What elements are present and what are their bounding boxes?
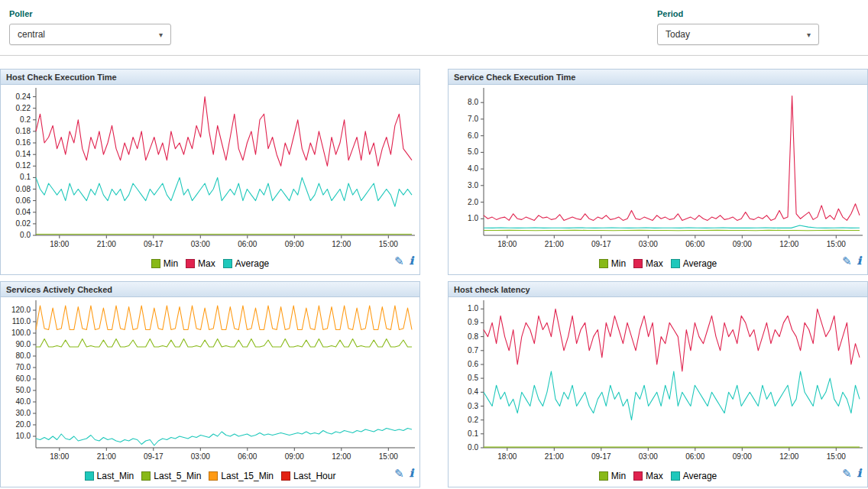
svg-text:0.8: 0.8 [468, 332, 478, 341]
chart-canvas-services-actively-checked[interactable]: 10.020.030.040.050.060.070.080.090.0100.… [1, 297, 419, 465]
edit-graph-icon[interactable]: ✎ [842, 468, 852, 479]
panel-header: Host Check Execution Time [1, 70, 419, 85]
svg-text:15:00: 15:00 [379, 240, 398, 248]
legend-label: Min [611, 471, 626, 481]
legend-swatch [223, 259, 232, 268]
panel-title: Host Check Execution Time [6, 73, 117, 82]
svg-text:8.0: 8.0 [468, 98, 478, 106]
poller-select[interactable]: central ▾ [9, 24, 171, 45]
svg-text:70.0: 70.0 [16, 363, 31, 371]
svg-text:21:00: 21:00 [97, 452, 116, 461]
legend-swatch [599, 471, 608, 481]
panel-title: Service Check Execution Time [454, 73, 575, 82]
legend-label: Max [198, 258, 215, 269]
svg-text:0.7: 0.7 [468, 346, 478, 355]
legend-swatch [151, 259, 160, 268]
edit-graph-icon[interactable]: ✎ [394, 468, 404, 479]
legend-label: Min [611, 258, 626, 269]
panel-title: Services Actively Checked [6, 285, 112, 294]
panel-header: Service Check Execution Time [449, 70, 867, 85]
svg-text:0.02: 0.02 [16, 219, 31, 228]
panel-header: Host check latency [449, 282, 867, 297]
panel-footer: MinMaxAverage ✎ ℹ [449, 465, 867, 487]
legend-item-min: Min [599, 471, 626, 481]
legend-label: Max [646, 471, 663, 481]
legend-item-last_min: Last_Min [85, 471, 134, 481]
svg-text:0.6: 0.6 [468, 360, 478, 368]
svg-text:50.0: 50.0 [16, 386, 31, 394]
svg-text:0.4: 0.4 [468, 387, 478, 396]
info-icon[interactable]: ℹ [410, 256, 413, 267]
edit-graph-icon[interactable]: ✎ [394, 255, 404, 267]
chart-legend: Last_MinLast_5_MinLast_15_MinLast_Hour [85, 471, 336, 481]
poller-label: Poller [9, 9, 171, 18]
svg-text:15:00: 15:00 [827, 240, 846, 248]
svg-text:0.18: 0.18 [16, 127, 31, 135]
panel-footer: MinMaxAverage ✎ ℹ [1, 253, 419, 274]
panel-icons: ✎ ℹ [394, 255, 413, 267]
panel-host-check-execution-time: Host Check Execution Time 0.00.020.040.0… [0, 69, 420, 275]
svg-text:21:00: 21:00 [545, 240, 564, 248]
panel-icons: ✎ ℹ [842, 255, 861, 267]
info-icon[interactable]: ℹ [857, 468, 861, 479]
legend-item-max: Max [633, 471, 663, 481]
svg-text:0.0: 0.0 [20, 231, 31, 239]
chart-canvas-service-check-execution-time[interactable]: 1.02.03.04.05.06.07.08.018:0021:0009-170… [449, 85, 867, 253]
legend-item-last_15_min: Last_15_Min [209, 471, 274, 481]
legend-swatch [281, 471, 290, 481]
period-selected-value: Today [666, 29, 690, 40]
legend-item-min: Min [599, 258, 626, 269]
svg-text:03:00: 03:00 [191, 240, 210, 248]
chart-canvas-host-check-latency[interactable]: 0.00.10.20.30.40.50.60.70.80.91.018:0021… [449, 297, 867, 465]
svg-text:06:00: 06:00 [238, 240, 257, 248]
svg-text:03:00: 03:00 [639, 452, 658, 461]
panel-services-actively-checked: Services Actively Checked 10.020.030.040… [0, 281, 420, 487]
legend-item-last_5_min: Last_5_Min [141, 471, 201, 481]
svg-text:0.3: 0.3 [468, 402, 478, 410]
svg-text:15:00: 15:00 [379, 452, 398, 461]
chart-legend: MinMaxAverage [599, 258, 717, 269]
period-select[interactable]: Today ▾ [657, 24, 819, 45]
svg-text:18:00: 18:00 [497, 452, 517, 461]
legend-label: Last_15_Min [221, 471, 274, 481]
svg-text:03:00: 03:00 [191, 452, 210, 461]
svg-text:09:00: 09:00 [733, 240, 752, 248]
legend-label: Average [683, 471, 717, 481]
svg-text:0.0: 0.0 [468, 443, 478, 452]
svg-text:0.06: 0.06 [16, 196, 31, 205]
svg-text:120.0: 120.0 [11, 306, 31, 314]
svg-text:06:00: 06:00 [685, 452, 704, 461]
legend-item-max: Max [186, 258, 215, 269]
info-icon[interactable]: ℹ [857, 256, 861, 267]
info-icon[interactable]: ℹ [410, 468, 413, 479]
svg-text:09:00: 09:00 [733, 452, 752, 461]
svg-text:1.0: 1.0 [468, 214, 478, 222]
legend-swatch [599, 259, 608, 268]
svg-text:09-17: 09-17 [144, 452, 164, 461]
svg-text:1.0: 1.0 [468, 304, 478, 313]
svg-text:12:00: 12:00 [332, 452, 351, 461]
legend-item-max: Max [633, 258, 663, 269]
svg-text:0.9: 0.9 [468, 318, 478, 326]
legend-swatch [85, 471, 94, 481]
chart-canvas-host-check-execution-time[interactable]: 0.00.020.040.060.080.10.120.140.160.180.… [1, 85, 419, 253]
svg-text:18:00: 18:00 [50, 240, 69, 248]
svg-text:110.0: 110.0 [12, 317, 31, 325]
svg-text:20.0: 20.0 [16, 420, 31, 429]
svg-text:0.08: 0.08 [16, 185, 31, 193]
panel-host-check-latency: Host check latency 0.00.10.20.30.40.50.6… [448, 281, 868, 487]
svg-text:21:00: 21:00 [97, 240, 116, 248]
svg-text:5.0: 5.0 [468, 147, 478, 156]
svg-text:0.04: 0.04 [16, 208, 31, 216]
svg-text:80.0: 80.0 [16, 351, 31, 360]
svg-text:06:00: 06:00 [238, 452, 257, 461]
edit-graph-icon[interactable]: ✎ [842, 255, 852, 267]
svg-text:4.0: 4.0 [468, 164, 478, 173]
svg-text:0.2: 0.2 [468, 416, 478, 424]
panel-footer: MinMaxAverage ✎ ℹ [449, 253, 867, 274]
graphs-dashboard: Host Check Execution Time 0.00.020.040.0… [0, 56, 868, 487]
filter-bar: Poller central ▾ Period Today ▾ [0, 0, 868, 56]
poller-filter: Poller central ▾ [9, 9, 171, 45]
svg-text:30.0: 30.0 [16, 409, 31, 417]
svg-text:0.5: 0.5 [468, 374, 478, 382]
